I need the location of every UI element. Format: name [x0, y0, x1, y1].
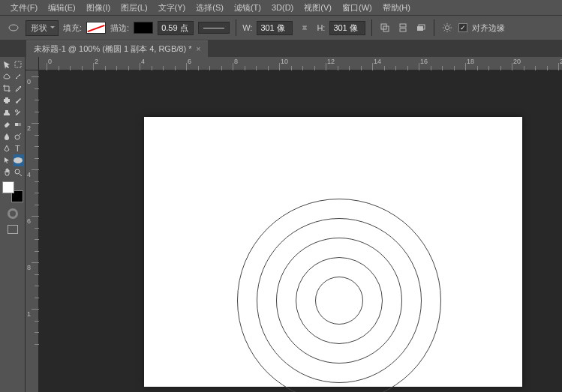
menu-file[interactable]: 文件(F) [6, 1, 42, 15]
menu-3d[interactable]: 3D(D) [267, 1, 298, 13]
separator [236, 19, 236, 36]
ruler-v-label: 4 [27, 171, 31, 178]
document-tab[interactable]: 未标题-1 @ 100% (椭圆 1 副本 4, RGB/8) * × [26, 40, 208, 57]
stroke-swatch[interactable] [134, 22, 153, 34]
ruler-v-label: 0 [27, 78, 31, 85]
menu-select[interactable]: 选择(S) [191, 1, 228, 15]
foreground-color[interactable] [2, 181, 14, 193]
options-bar: 形状 填充: 描边: 0.59 点 W: 301 像 H: 301 像 ✓ 对齐… [0, 15, 562, 40]
ruler-h-label: 18 [467, 58, 474, 65]
heal-tool-icon[interactable] [1, 94, 13, 106]
ruler-h-label: 16 [420, 58, 428, 65]
stroke-label: 描边: [110, 22, 129, 34]
move-tool-icon[interactable] [1, 58, 13, 70]
stroke-style-dropdown[interactable] [198, 22, 230, 34]
gear-icon[interactable] [440, 21, 454, 34]
canvas[interactable] [144, 117, 522, 387]
ruler-h-label: 10 [281, 58, 288, 65]
stamp-tool-icon[interactable] [1, 106, 13, 118]
crop-tool-icon[interactable] [1, 82, 13, 94]
menu-filter[interactable]: 滤镜(T) [230, 1, 266, 15]
link-wh-icon[interactable] [297, 20, 312, 35]
menu-edit[interactable]: 编辑(E) [44, 1, 80, 15]
path-align-icon[interactable] [396, 21, 410, 34]
svg-rect-3 [400, 24, 406, 27]
shape-mode-dropdown[interactable]: 形状 [26, 20, 59, 36]
wand-tool-icon[interactable] [13, 70, 25, 82]
ruler-v-label: 2 [27, 124, 31, 132]
svg-rect-4 [400, 28, 406, 31]
toolbox: T [0, 57, 26, 392]
svg-rect-16 [15, 61, 21, 67]
ruler-horizontal: 0246810121416182022 [39, 57, 562, 70]
zoom-tool-icon[interactable] [13, 166, 25, 178]
ellipse-tool-icon[interactable] [13, 154, 25, 166]
menu-help[interactable]: 帮助(H) [378, 1, 415, 15]
ruler-vertical: 024681 [26, 70, 39, 392]
width-input[interactable]: 301 像 [257, 21, 293, 35]
lasso-tool-icon[interactable] [1, 70, 13, 82]
canvas-stage: 0246810121416182022 024681 [26, 57, 562, 392]
eraser-tool-icon[interactable] [1, 118, 13, 130]
separator [434, 19, 434, 36]
eyedropper-tool-icon[interactable] [13, 82, 25, 94]
path-combine-icon[interactable] [378, 21, 392, 34]
svg-line-15 [449, 25, 450, 25]
type-tool-icon[interactable]: T [13, 142, 25, 154]
width-label: W: [242, 23, 252, 32]
path-arrange-icon[interactable] [414, 21, 428, 34]
svg-rect-21 [15, 123, 18, 126]
document-tab-bar: 未标题-1 @ 100% (椭圆 1 副本 4, RGB/8) * × [0, 40, 562, 57]
align-edges-checkbox[interactable]: ✓ [458, 23, 467, 32]
ruler-h-label: 2 [95, 58, 98, 65]
menu-view[interactable]: 视图(V) [299, 1, 336, 15]
ruler-h-label: 14 [374, 58, 381, 65]
ruler-v-label: 6 [27, 217, 31, 225]
svg-point-26 [15, 169, 20, 174]
ruler-corner [26, 57, 39, 70]
svg-point-22 [15, 135, 20, 139]
svg-point-0 [9, 25, 18, 31]
ruler-v-label: 8 [27, 264, 31, 271]
ruler-h-label: 6 [188, 58, 191, 65]
svg-line-12 [444, 25, 445, 25]
ruler-h-label: 4 [141, 58, 145, 65]
marquee-tool-icon[interactable] [13, 58, 25, 70]
ruler-h-label: 0 [48, 58, 52, 65]
brush-tool-icon[interactable] [13, 94, 25, 106]
height-input[interactable]: 301 像 [329, 21, 365, 35]
gradient-tool-icon[interactable] [13, 118, 25, 130]
tool-preset-icon[interactable] [6, 20, 21, 35]
history-brush-icon[interactable] [13, 106, 25, 118]
ruler-h-label: 8 [234, 58, 238, 65]
ruler-h-label: 20 [513, 58, 521, 65]
color-swatches[interactable] [2, 181, 23, 202]
close-icon[interactable]: × [196, 45, 200, 53]
pen-tool-icon[interactable] [1, 142, 13, 154]
hand-tool-icon[interactable] [1, 166, 13, 178]
stroke-width-input[interactable]: 0.59 点 [158, 21, 194, 35]
ellipse-shape[interactable] [315, 277, 363, 325]
menu-layer[interactable]: 图层(L) [116, 1, 152, 15]
svg-line-23 [20, 133, 21, 135]
screenmode-icon[interactable] [8, 225, 18, 234]
svg-line-13 [449, 30, 450, 31]
menu-bar: 文件(F) 编辑(E) 图像(I) 图层(L) 文字(Y) 选择(S) 滤镜(T… [0, 0, 562, 15]
path-select-icon[interactable] [1, 154, 13, 166]
align-edges-label: 对齐边缘 [472, 22, 505, 34]
fill-label: 填充: [63, 22, 82, 34]
menu-type[interactable]: 文字(Y) [154, 1, 191, 15]
svg-point-19 [16, 110, 18, 112]
menu-image[interactable]: 图像(I) [82, 1, 115, 15]
blur-tool-icon[interactable] [1, 130, 13, 142]
svg-line-27 [20, 174, 22, 176]
separator [371, 19, 372, 36]
quickmask-icon[interactable] [8, 208, 18, 219]
svg-text:T: T [15, 144, 20, 153]
fill-swatch[interactable] [86, 22, 106, 34]
dodge-tool-icon[interactable] [13, 130, 25, 142]
height-label: H: [317, 23, 325, 32]
ruler-v-label: 1 [27, 310, 31, 318]
main-area: T 0246810121416182022 024681 [0, 57, 562, 392]
menu-window[interactable]: 窗口(W) [338, 1, 377, 15]
